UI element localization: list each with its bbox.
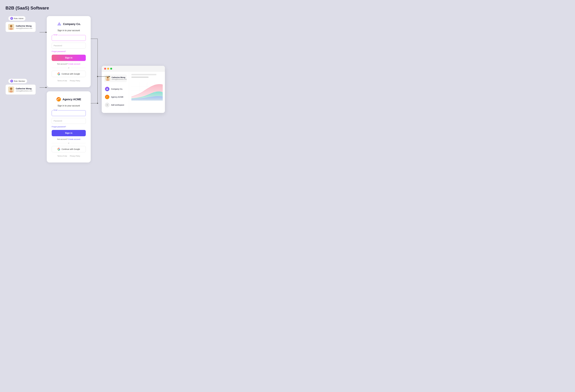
company-google-button-label: Continue with Google <box>62 73 80 75</box>
workspace-item-add[interactable]: Add workspace <box>104 101 127 109</box>
agency-google-button-label: Continue with Google <box>62 148 80 150</box>
admin-card-wrapper: Role: Admin Catherine Wong cwong@busine <box>5 16 36 32</box>
svg-point-8 <box>9 28 13 30</box>
company-login-card: Company Co. Sign in to your account Emai… <box>47 16 91 87</box>
svg-point-38 <box>143 96 144 97</box>
company-logo-area: Company Co. <box>52 22 86 26</box>
member-role-badge: Role: Member <box>8 79 27 83</box>
company-email-label: Email <box>53 34 58 36</box>
agency-terms-link[interactable]: Terms of Use <box>57 155 67 157</box>
ws-logo-company <box>105 87 109 91</box>
workspace-column: Catherine Wong cwong@business.com Compan… <box>102 66 165 113</box>
admin-user-info: Catherine Wong cwong@business.com <box>16 25 32 29</box>
diagram-wrapper: Role: Admin Catherine Wong cwong@busine <box>5 16 570 162</box>
svg-point-3 <box>97 103 98 104</box>
svg-point-15 <box>11 89 11 89</box>
ws-avatar <box>105 76 110 81</box>
titlebar-maximize-dot[interactable] <box>110 68 112 70</box>
svg-point-1 <box>97 76 98 77</box>
role-badge-icon <box>10 17 13 20</box>
svg-point-40 <box>162 92 163 93</box>
company-privacy-link[interactable]: Privacy Policy <box>70 80 80 82</box>
ws-agency-logo-icon <box>106 96 108 98</box>
admin-role-label: Role: Admin <box>14 18 24 20</box>
agency-password-input[interactable] <box>52 118 86 124</box>
company-login-title: Sign in to your account <box>52 29 86 32</box>
member-role-label: Role: Member <box>14 80 25 82</box>
admin-user-card: Catherine Wong cwong@business.com <box>5 22 36 32</box>
svg-point-20 <box>57 99 58 100</box>
company-logo-icon <box>57 22 62 26</box>
company-create-account-link[interactable]: Create account <box>68 63 80 65</box>
admin-avatar-svg <box>8 24 14 30</box>
agency-or-text: or <box>68 142 70 144</box>
company-google-button[interactable]: Continue with Google <box>52 71 86 77</box>
agency-sign-in-button[interactable]: Sign in <box>52 130 86 136</box>
agency-email-label: Email <box>53 109 58 111</box>
svg-point-25 <box>108 77 108 77</box>
svg-point-9 <box>11 26 11 26</box>
member-user-name: Catherine Wong <box>16 87 32 90</box>
agency-google-icon <box>57 148 60 151</box>
agency-forgot-password[interactable]: Forgot password? <box>52 126 86 128</box>
company-terms-link[interactable]: Terms of Use <box>57 80 67 82</box>
agency-logo-name: Agency ACME <box>63 98 81 101</box>
chart-svg <box>131 82 163 101</box>
page-title: B2B (SaaS) Software <box>5 5 570 11</box>
agency-email-group: Email <box>52 110 86 116</box>
ws-company-logo-icon <box>106 88 108 90</box>
workspace-body: Catherine Wong cwong@business.com Compan… <box>102 72 165 113</box>
svg-point-24 <box>107 77 107 77</box>
member-card-wrapper: Role: Member Catherine Wong cwong@busin <box>5 79 36 95</box>
workspace-content <box>129 72 165 113</box>
agency-password-group: Password <box>52 118 86 124</box>
svg-point-39 <box>154 92 155 92</box>
ws-user-text: Catherine Wong cwong@business.com <box>112 76 127 80</box>
window-titlebar <box>102 66 165 72</box>
ws-logo-add <box>105 103 109 107</box>
divider-line-left <box>52 68 67 68</box>
company-password-input[interactable] <box>52 43 86 48</box>
svg-point-14 <box>9 90 13 92</box>
agency-logo-area: Agency ACME <box>52 97 86 102</box>
member-user-card: Catherine Wong cwong@business.com <box>5 85 36 95</box>
admin-user-name: Catherine Wong <box>16 25 32 27</box>
member-user-info: Catherine Wong cwong@business.com <box>16 87 32 92</box>
agency-email-input[interactable] <box>52 110 86 116</box>
workspace-item-company[interactable]: Company Co. <box>104 85 127 92</box>
agency-no-account: Not account? Create account <box>52 138 86 140</box>
admin-role-badge: Role: Admin <box>8 16 25 21</box>
ws-company-name: Company Co. <box>111 88 123 90</box>
company-email-group: Email <box>52 35 86 41</box>
divider-line-right <box>71 68 86 68</box>
content-line-2 <box>131 77 148 78</box>
google-icon <box>57 72 60 75</box>
svg-marker-26 <box>106 88 108 90</box>
company-email-input[interactable] <box>52 35 86 41</box>
svg-point-19 <box>56 97 61 101</box>
agency-login-card: Agency ACME Sign in to your account Emai… <box>47 91 91 162</box>
ws-add-workspace-label: Add workspace <box>111 104 124 106</box>
company-footer-links: Terms of Use Privacy Policy <box>52 80 86 82</box>
agency-login-title: Sign in to your account <box>52 105 86 107</box>
svg-point-10 <box>11 26 12 26</box>
agency-privacy-link[interactable]: Privacy Policy <box>70 155 80 157</box>
svg-point-16 <box>11 89 12 89</box>
member-user-email: cwong@business.com <box>16 90 32 92</box>
login-forms-column: Company Co. Sign in to your account Emai… <box>47 16 91 162</box>
agency-google-button[interactable]: Continue with Google <box>52 146 86 152</box>
content-line-1 <box>131 74 156 75</box>
member-role-badge-icon <box>10 80 13 82</box>
company-forgot-password[interactable]: Forgot password? <box>52 50 86 52</box>
ws-logo-agency <box>105 95 109 99</box>
agency-create-account-link[interactable]: Create account <box>68 138 80 140</box>
titlebar-minimize-dot[interactable] <box>107 68 109 70</box>
workspace-item-agency[interactable]: Agency ACME <box>104 93 127 101</box>
agency-logo-icon <box>56 97 61 102</box>
member-avatar <box>8 87 14 92</box>
agency-footer-links: Terms of Use Privacy Policy <box>52 155 86 157</box>
company-sign-in-button[interactable]: Sign in <box>52 55 86 61</box>
company-password-group: Password <box>52 43 86 48</box>
titlebar-close-dot[interactable] <box>104 68 106 70</box>
ws-add-icon <box>106 104 108 106</box>
